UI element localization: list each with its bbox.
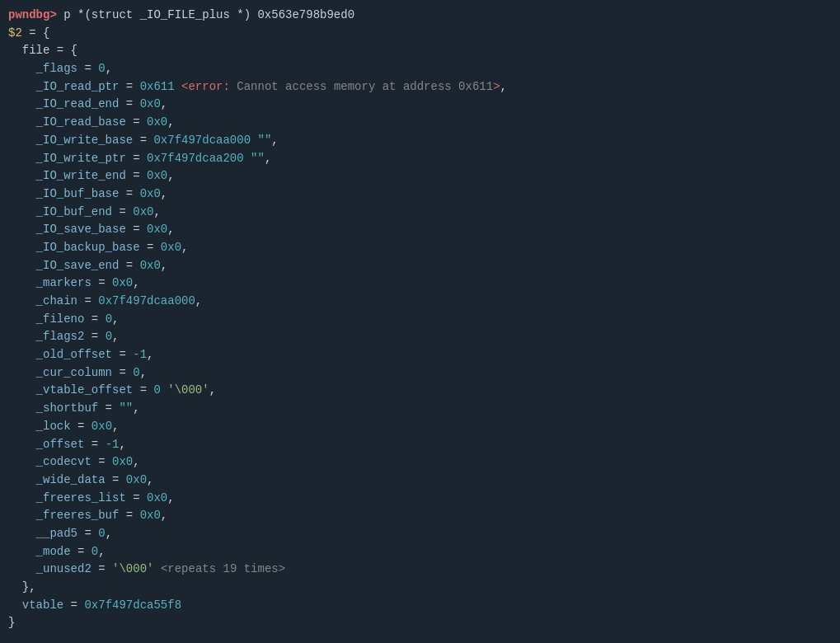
line-segment: = xyxy=(133,134,153,147)
terminal-line: _IO_save_end = 0x0, xyxy=(8,257,832,275)
line-segment: , xyxy=(167,169,174,182)
terminal-line: file = { xyxy=(8,42,832,60)
line-segment: 0 xyxy=(106,312,112,326)
line-segment: = xyxy=(126,169,147,182)
line-segment: = xyxy=(98,401,119,415)
terminal-line: _chain = 0x7f497dcaa000, xyxy=(8,293,832,311)
line-segment: <repeats 19 times> xyxy=(161,562,285,575)
line-segment: pwndbg> xyxy=(8,8,57,21)
line-segment: 0x0 xyxy=(140,187,161,200)
terminal-line: _wide_data = 0x0, xyxy=(8,472,832,490)
line-segment: = xyxy=(126,491,147,505)
line-segment: file = { xyxy=(8,44,77,57)
line-segment: '\000' xyxy=(112,562,153,575)
line-segment: _IO_write_ptr xyxy=(8,152,126,165)
line-segment: _IO_save_end xyxy=(8,259,119,272)
line-segment: -1 xyxy=(133,348,147,361)
line-segment: 0x0 xyxy=(92,420,112,433)
terminal-line: _IO_backup_base = 0x0, xyxy=(8,239,832,257)
line-segment: = xyxy=(112,348,133,361)
line-segment xyxy=(153,562,160,575)
line-segment: "" xyxy=(119,401,133,415)
line-segment: 0x0 xyxy=(112,276,133,289)
line-segment: 0 xyxy=(98,62,105,75)
line-segment: , xyxy=(271,134,278,147)
line-segment: _IO_write_base xyxy=(8,134,133,147)
line-segment: , xyxy=(106,527,112,540)
line-segment: = xyxy=(77,294,98,307)
terminal-line: _freeres_buf = 0x0, xyxy=(8,507,832,525)
terminal-line: _IO_read_base = 0x0, xyxy=(8,114,832,132)
terminal-line: _mode = 0, xyxy=(8,543,832,561)
line-segment: , xyxy=(161,259,167,272)
line-segment: , xyxy=(133,455,139,468)
line-segment xyxy=(161,383,167,397)
line-segment: = xyxy=(92,562,112,575)
line-segment: 0x611 xyxy=(140,80,175,93)
line-segment: = { xyxy=(22,26,50,40)
line-segment: , xyxy=(112,420,119,433)
line-segment: 0 xyxy=(92,545,98,558)
line-segment: = xyxy=(126,115,147,129)
line-segment: 0 xyxy=(153,383,160,397)
line-segment: Cannot access memory at address 0x611 xyxy=(230,80,493,93)
line-segment: _old_offset xyxy=(8,348,112,361)
line-segment: "" xyxy=(251,152,265,165)
terminal-line: vtable = 0x7f497dca55f8 xyxy=(8,597,832,615)
terminal-line: }, xyxy=(8,579,832,597)
line-segment: = xyxy=(119,509,139,522)
terminal-line: _IO_read_end = 0x0, xyxy=(8,96,832,114)
terminal-line: _unused2 = '\000' <repeats 19 times> xyxy=(8,561,832,579)
line-segment: 0x7f497dcaa000 xyxy=(153,134,251,147)
terminal-line: pwndbg> p *(struct _IO_FILE_plus *) 0x56… xyxy=(8,7,832,25)
line-segment: , xyxy=(133,276,139,289)
line-segment: = xyxy=(63,598,84,612)
line-segment: _IO_read_end xyxy=(8,97,119,110)
line-segment: = xyxy=(133,383,153,397)
line-segment: 0x7f497dcaa200 xyxy=(147,152,244,165)
line-segment: , xyxy=(140,366,147,379)
line-segment: , xyxy=(112,330,119,343)
line-segment: -1 xyxy=(106,438,120,451)
line-segment: 0x0 xyxy=(147,169,167,182)
terminal-line: _markers = 0x0, xyxy=(8,275,832,293)
line-segment: , xyxy=(167,115,174,129)
line-segment: _cur_column xyxy=(8,366,112,379)
terminal-line: _codecvt = 0x0, xyxy=(8,453,832,472)
terminal-line: _offset = -1, xyxy=(8,436,832,454)
line-segment: _freeres_list xyxy=(8,491,126,505)
line-segment: , xyxy=(209,383,216,397)
line-segment: , xyxy=(181,241,188,254)
line-segment: _markers xyxy=(8,276,92,289)
line-segment: <error: xyxy=(181,80,230,93)
line-segment: = xyxy=(106,473,126,486)
line-segment: _unused2 xyxy=(8,562,92,575)
line-segment: 0 xyxy=(98,527,105,540)
line-segment: 0x7f497dca55f8 xyxy=(84,598,181,612)
line-segment: = xyxy=(112,205,133,218)
line-segment: _mode xyxy=(8,545,71,558)
line-segment: = xyxy=(71,420,92,433)
line-segment: $2 xyxy=(8,26,22,40)
line-segment: = xyxy=(77,527,98,540)
terminal-line: _lock = 0x0, xyxy=(8,418,832,436)
terminal-line: _shortbuf = "", xyxy=(8,400,832,418)
terminal-line: _freeres_list = 0x0, xyxy=(8,490,832,508)
line-segment: , xyxy=(153,205,160,218)
line-segment: = xyxy=(77,62,98,75)
line-segment: _IO_read_base xyxy=(8,115,126,129)
terminal-line: _IO_read_ptr = 0x611 <error: Cannot acce… xyxy=(8,78,832,96)
line-segment: = xyxy=(119,187,139,200)
terminal-line: _vtable_offset = 0 '\000', xyxy=(8,382,832,400)
terminal-line: } xyxy=(8,614,832,632)
terminal-line: _IO_save_base = 0x0, xyxy=(8,221,832,239)
line-segment: _codecvt xyxy=(8,455,92,468)
line-segment: = xyxy=(119,97,139,110)
line-segment: 0 xyxy=(133,366,139,379)
line-segment: _shortbuf xyxy=(8,401,98,415)
line-segment: p *(struct _IO_FILE_plus *) 0x563e798b9e… xyxy=(57,8,354,21)
line-segment: = xyxy=(84,312,105,326)
line-segment: , xyxy=(147,473,153,486)
line-segment: _lock xyxy=(8,420,71,433)
terminal-line: _flags2 = 0, xyxy=(8,328,832,346)
